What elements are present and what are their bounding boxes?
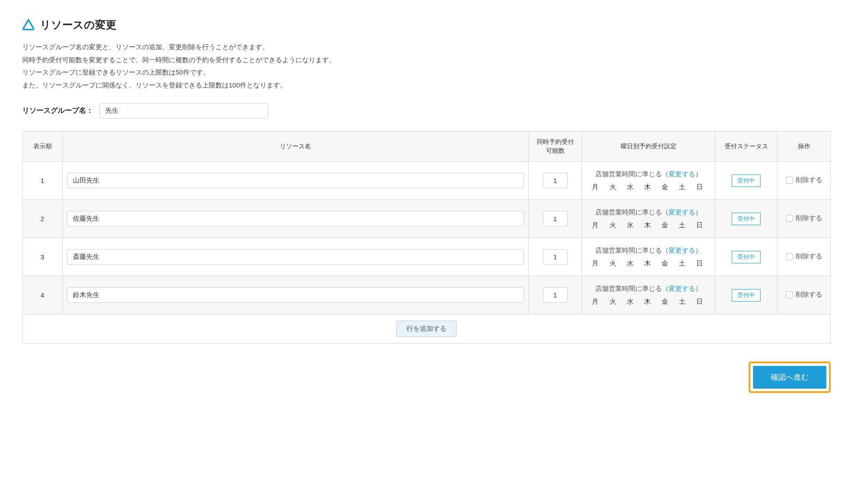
cell-status: 受付中 <box>715 200 777 238</box>
cell-order: 4 <box>23 276 63 314</box>
th-weekday: 曜日別予約受付設定 <box>582 131 715 162</box>
page-description: リソースグループ名の変更と、リソースの追加、変更削除を行うことができます。 同時… <box>22 41 831 91</box>
cell-name <box>63 200 529 238</box>
weekday-days: 月 火 水 木 金 土 日 <box>589 257 710 270</box>
cell-order: 3 <box>23 238 63 276</box>
weekday-suffix: ） <box>695 246 702 254</box>
weekday-days: 月 火 水 木 金 土 日 <box>589 219 710 232</box>
delete-text: 削除する <box>796 214 822 222</box>
desc-line: 同時予約受付可能数を変更することで、同一時間に複数の予約を受付することができるよ… <box>22 54 831 67</box>
cell-order: 1 <box>23 162 63 200</box>
weekday-prefix: 店舗営業時間に準じる（ <box>595 208 669 216</box>
desc-line: また、リソースグループに関係なく、リソースを登録できる上限数は100件となります… <box>22 79 831 92</box>
order-value: 2 <box>40 215 44 222</box>
add-row-button[interactable]: 行を追加する <box>396 321 457 337</box>
th-capacity: 同時予約受付 可能数 <box>529 131 582 162</box>
change-weekday-link[interactable]: 変更する <box>669 208 695 216</box>
order-value: 3 <box>40 253 44 261</box>
status-badge: 受付中 <box>732 289 761 302</box>
table-row: 3 店舗営業時間に準じる（変更する） 月 火 水 木 金 土 日 受付中 削除す… <box>23 238 831 276</box>
weekday-suffix: ） <box>695 208 702 216</box>
cell-weekday: 店舗営業時間に準じる（変更する） 月 火 水 木 金 土 日 <box>582 162 715 200</box>
th-status: 受付ステータス <box>715 131 777 162</box>
page-header: リソースの変更 <box>22 18 831 32</box>
delete-label[interactable]: 削除する <box>786 290 822 299</box>
status-badge: 受付中 <box>732 213 761 225</box>
change-weekday-link[interactable]: 変更する <box>669 170 695 178</box>
cell-status: 受付中 <box>715 276 777 314</box>
cell-capacity <box>529 200 582 238</box>
resource-table: 表示順 リソース名 同時予約受付 可能数 曜日別予約受付設定 受付ステータス 操… <box>22 131 831 344</box>
cell-action: 削除する <box>777 162 831 200</box>
status-badge: 受付中 <box>732 175 761 187</box>
resource-name-input[interactable] <box>67 211 524 226</box>
cell-weekday: 店舗営業時間に準じる（変更する） 月 火 水 木 金 土 日 <box>582 276 715 314</box>
change-weekday-link[interactable]: 変更する <box>669 285 695 292</box>
resource-name-input[interactable] <box>67 249 524 265</box>
capacity-input[interactable] <box>543 287 568 303</box>
th-name: リソース名 <box>63 131 529 162</box>
delete-label[interactable]: 削除する <box>786 214 822 222</box>
delete-checkbox[interactable] <box>786 177 793 184</box>
cell-capacity <box>529 276 582 314</box>
delete-label[interactable]: 削除する <box>786 252 822 261</box>
cell-action: 削除する <box>777 276 831 314</box>
delete-text: 削除する <box>796 252 822 261</box>
desc-line: リソースグループに登録できるリソースの上限数は50件です。 <box>22 66 831 79</box>
cell-order: 2 <box>23 200 63 238</box>
order-value: 1 <box>40 177 44 184</box>
table-row: 1 店舗営業時間に準じる（変更する） 月 火 水 木 金 土 日 受付中 削除す… <box>23 162 831 200</box>
th-order: 表示順 <box>23 131 63 162</box>
delete-checkbox[interactable] <box>786 291 793 298</box>
resource-name-input[interactable] <box>67 287 524 303</box>
weekday-suffix: ） <box>695 285 702 292</box>
weekday-prefix: 店舗営業時間に準じる（ <box>595 170 669 178</box>
cell-status: 受付中 <box>715 238 777 276</box>
cell-name <box>63 238 529 276</box>
cell-capacity <box>529 162 582 200</box>
confirm-button[interactable]: 確認へ進む <box>753 366 826 389</box>
delete-label[interactable]: 削除する <box>786 176 822 184</box>
capacity-input[interactable] <box>543 173 568 188</box>
triangle-logo-icon <box>22 19 35 31</box>
delete-checkbox[interactable] <box>786 215 793 222</box>
capacity-input[interactable] <box>543 249 568 265</box>
change-weekday-link[interactable]: 変更する <box>669 246 695 254</box>
cell-weekday: 店舗営業時間に準じる（変更する） 月 火 水 木 金 土 日 <box>582 238 715 276</box>
weekday-days: 月 火 水 木 金 土 日 <box>589 181 710 194</box>
status-badge: 受付中 <box>732 251 761 263</box>
table-row: 2 店舗営業時間に準じる（変更する） 月 火 水 木 金 土 日 受付中 削除す… <box>23 200 831 238</box>
th-action: 操作 <box>777 131 831 162</box>
weekday-prefix: 店舗営業時間に準じる（ <box>595 246 669 254</box>
weekday-prefix: 店舗営業時間に準じる（ <box>595 285 669 292</box>
cell-status: 受付中 <box>715 162 777 200</box>
cell-capacity <box>529 238 582 276</box>
cell-weekday: 店舗営業時間に準じる（変更する） 月 火 水 木 金 土 日 <box>582 200 715 238</box>
add-row-cell: 行を追加する <box>23 314 831 344</box>
cell-action: 削除する <box>777 200 831 238</box>
confirm-highlight-box: 確認へ進む <box>749 361 831 393</box>
delete-checkbox[interactable] <box>786 253 793 260</box>
desc-line: リソースグループ名の変更と、リソースの追加、変更削除を行うことができます。 <box>22 41 831 54</box>
group-name-input[interactable] <box>100 103 268 119</box>
cell-name <box>63 276 529 314</box>
group-name-label: リソースグループ名： <box>22 106 93 115</box>
order-value: 4 <box>40 291 44 299</box>
group-name-row: リソースグループ名： <box>22 103 831 119</box>
capacity-input[interactable] <box>543 211 568 226</box>
cell-action: 削除する <box>777 238 831 276</box>
delete-text: 削除する <box>796 290 822 299</box>
weekday-suffix: ） <box>695 170 702 178</box>
resource-name-input[interactable] <box>67 173 524 188</box>
table-row: 4 店舗営業時間に準じる（変更する） 月 火 水 木 金 土 日 受付中 削除す… <box>23 276 831 314</box>
cell-name <box>63 162 529 200</box>
delete-text: 削除する <box>796 176 822 184</box>
footer: 確認へ進む <box>22 361 831 393</box>
weekday-days: 月 火 水 木 金 土 日 <box>589 295 710 308</box>
page-title: リソースの変更 <box>40 18 116 32</box>
